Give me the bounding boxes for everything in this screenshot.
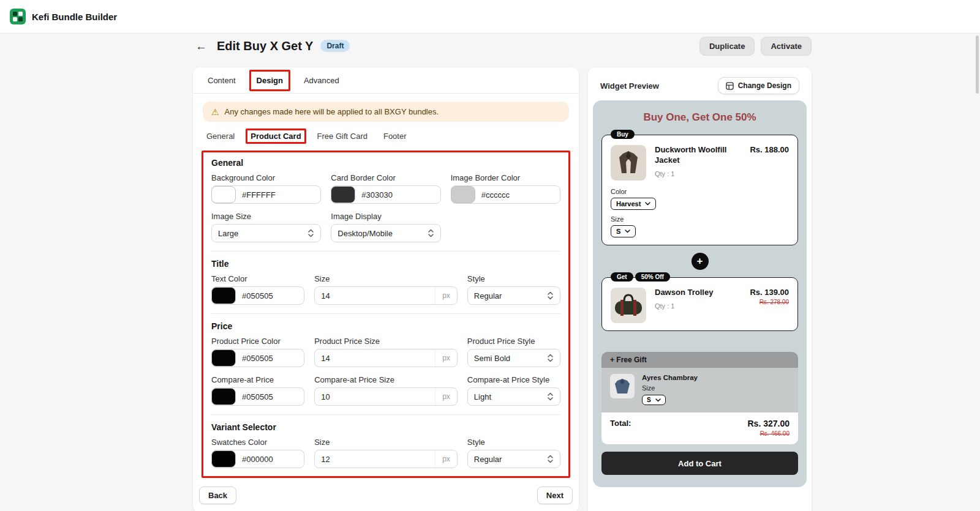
color-swatch[interactable] — [211, 450, 236, 468]
select-value: Large — [218, 229, 238, 238]
section-heading: Variant Selector — [211, 422, 560, 432]
compare-price-color-value[interactable] — [236, 392, 304, 401]
subtab-free-gift-card[interactable]: Free Gift Card — [317, 132, 368, 141]
background-color-input[interactable] — [211, 185, 321, 204]
size-option-label: Size — [611, 215, 789, 223]
color-swatch[interactable] — [211, 186, 236, 203]
change-design-button[interactable]: Change Design — [718, 77, 799, 94]
warning-banner-text: Any changes made here will be applied to… — [225, 107, 439, 116]
field-product-price-style: Product Price Style Semi Bold — [467, 337, 560, 367]
gift-product-name: Ayres Chambray — [642, 374, 698, 381]
background-color-value[interactable] — [236, 190, 320, 200]
add-to-cart-button[interactable]: Add to Cart — [601, 452, 798, 475]
image-display-select[interactable]: Desktop/Mobile — [331, 224, 440, 242]
back-button[interactable]: Back — [199, 487, 236, 504]
plus-icon[interactable]: + — [692, 253, 709, 270]
compare-price-color-input[interactable] — [211, 387, 304, 406]
form-footer: Back Next — [193, 478, 579, 511]
get-badge: Get — [611, 272, 633, 282]
color-swatch[interactable] — [331, 186, 355, 203]
page-title: Edit Buy X Get Y — [217, 39, 313, 53]
buy-badge: Buy — [611, 130, 635, 139]
field-image-display: Image Display Desktop/Mobile — [331, 212, 440, 242]
editor-card: Content Design Advanced ⚠ Any changes ma… — [193, 67, 579, 511]
title-size-value[interactable] — [315, 287, 435, 304]
color-variant-select[interactable]: Harvest — [611, 198, 656, 210]
title-text-color-value[interactable] — [236, 291, 304, 300]
gift-size-label: Size — [642, 384, 698, 392]
select-value: S — [647, 397, 651, 403]
section-title: Title Text Color Size px — [211, 251, 560, 313]
product-price-style-select[interactable]: Semi Bold — [467, 349, 560, 367]
section-heading: Title — [211, 259, 560, 269]
compare-price-size-input[interactable]: px — [314, 387, 458, 406]
title-text-color-input[interactable] — [211, 286, 304, 305]
swatches-color-value[interactable] — [236, 455, 304, 464]
change-design-label: Change Design — [738, 81, 791, 90]
subtab-footer[interactable]: Footer — [383, 132, 407, 141]
field-label: Size — [314, 438, 458, 447]
color-swatch[interactable] — [451, 186, 475, 203]
product-price-color-value[interactable] — [236, 354, 304, 363]
warning-icon: ⚠ — [211, 108, 219, 116]
duplicate-button[interactable]: Duplicate — [699, 37, 755, 56]
gift-size-select[interactable]: S — [642, 395, 666, 405]
compare-price-style-select[interactable]: Light — [467, 387, 560, 406]
field-compare-price-size: Compare-at Price Size px — [314, 375, 458, 406]
field-title-size: Size px — [314, 274, 458, 305]
back-arrow-button[interactable]: ← — [193, 39, 209, 53]
product-price-color-input[interactable] — [211, 349, 304, 367]
field-compare-price-color: Compare-at Price — [211, 375, 304, 406]
variant-size-value[interactable] — [315, 450, 435, 468]
product-price-size-value[interactable] — [315, 349, 435, 367]
px-suffix: px — [435, 287, 457, 304]
chevron-down-icon — [655, 398, 661, 402]
field-label: Compare-at Price Size — [314, 375, 458, 384]
tab-content[interactable]: Content — [206, 73, 237, 88]
product-image-jacket — [611, 145, 646, 181]
title-style-select[interactable]: Regular — [467, 286, 560, 305]
app-logo-icon — [10, 9, 26, 24]
field-product-price-color: Product Price Color — [211, 337, 304, 367]
title-size-input[interactable]: px — [314, 286, 458, 305]
chevron-updown-icon — [307, 228, 314, 238]
subtab-general[interactable]: General — [206, 132, 235, 141]
free-gift-header: + Free Gift — [601, 352, 798, 368]
swatches-color-input[interactable] — [211, 450, 304, 468]
tab-advanced[interactable]: Advanced — [303, 73, 341, 88]
card-border-color-input[interactable] — [331, 185, 440, 204]
topbar: Kefi Bundle Builder — [0, 0, 980, 34]
product-price: Rs. 188.00 — [750, 145, 789, 154]
compare-price-size-value[interactable] — [315, 388, 435, 405]
tab-design-label: Design — [257, 76, 283, 85]
get-product-card: Get 50% Off Dawson Trolley Qty : 1 Rs. 1… — [601, 277, 798, 331]
image-border-color-value[interactable] — [475, 190, 560, 200]
scrollbar-thumb[interactable] — [976, 35, 979, 94]
select-value: Semi Bold — [474, 354, 510, 363]
image-border-color-input[interactable] — [451, 185, 560, 204]
color-option-label: Color — [611, 188, 789, 195]
variant-size-input[interactable]: px — [314, 450, 458, 468]
app-title: Kefi Bundle Builder — [32, 12, 117, 22]
product-price-size-input[interactable]: px — [314, 349, 458, 367]
activate-button[interactable]: Activate — [761, 37, 812, 56]
color-swatch[interactable] — [211, 349, 236, 367]
select-value: Light — [474, 392, 491, 401]
px-suffix: px — [435, 388, 457, 405]
field-title-style: Style Regular — [467, 274, 560, 305]
status-badge: Draft — [320, 40, 350, 52]
subtab-product-card[interactable]: Product Card — [251, 132, 301, 141]
next-button[interactable]: Next — [537, 487, 573, 504]
color-swatch[interactable] — [211, 287, 236, 304]
field-label: Size — [314, 274, 458, 283]
editor-tabs: Content Design Advanced — [193, 67, 579, 94]
product-qty: Qty : 1 — [655, 302, 741, 310]
tab-design[interactable]: Design — [255, 73, 284, 88]
image-size-select[interactable]: Large — [211, 224, 321, 242]
variant-style-select[interactable]: Regular — [467, 450, 560, 468]
card-border-color-value[interactable] — [355, 190, 440, 200]
section-variant-selector: Variant Selector Swatches Color Size — [211, 414, 560, 477]
color-swatch[interactable] — [211, 388, 236, 405]
product-image-shirt — [610, 374, 635, 398]
size-variant-select[interactable]: S — [611, 225, 636, 237]
